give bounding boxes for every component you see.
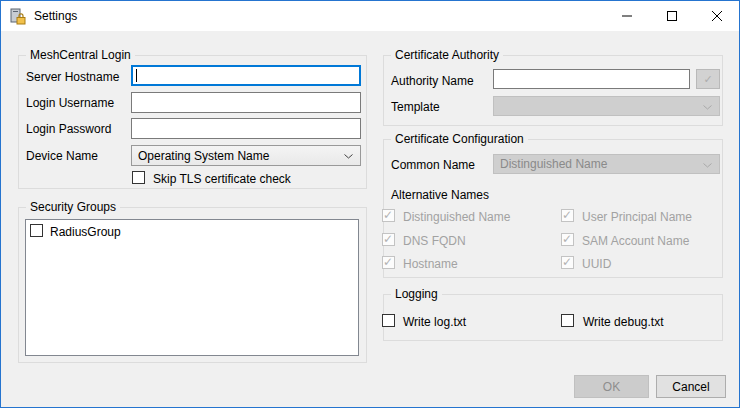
common-name-value: Distinguished Name	[500, 157, 697, 171]
authority-name-label: Authority Name	[391, 74, 474, 88]
security-groups-list[interactable]: RadiusGroup	[25, 219, 359, 356]
common-name-label: Common Name	[391, 158, 475, 172]
chevron-down-icon	[703, 105, 712, 110]
login-password-label: Login Password	[26, 122, 111, 136]
close-icon	[712, 11, 722, 21]
login-username-input[interactable]	[131, 92, 361, 113]
chevron-down-icon	[703, 163, 712, 168]
skip-tls-checkbox[interactable]	[132, 171, 145, 184]
server-hostname-label: Server Hostname	[26, 70, 119, 84]
alt-hostname-checkbox[interactable]	[382, 256, 395, 269]
verify-authority-button[interactable]: ✓	[696, 69, 720, 89]
authority-name-input[interactable]	[493, 69, 690, 89]
group-label: Security Groups	[26, 200, 120, 215]
device-name-value: Operating System Name	[138, 149, 338, 163]
minimize-icon	[622, 11, 632, 21]
alt-user-principal-name-checkbox[interactable]	[561, 209, 574, 222]
alt-uuid-label: UUID	[582, 257, 611, 271]
alt-user-principal-name-label: User Principal Name	[582, 210, 692, 224]
chevron-down-icon	[344, 154, 353, 159]
cancel-button[interactable]: Cancel	[656, 375, 726, 398]
device-name-select[interactable]: Operating System Name	[131, 145, 361, 166]
group-label: Certificate Authority	[391, 48, 503, 63]
close-button[interactable]	[694, 1, 739, 31]
alt-dns-fqdn-checkbox[interactable]	[382, 233, 395, 246]
radiusgroup-checkbox[interactable]	[30, 224, 43, 237]
write-log-label: Write log.txt	[403, 315, 466, 329]
device-name-label: Device Name	[26, 149, 98, 163]
write-log-checkbox[interactable]	[382, 314, 395, 327]
common-name-select[interactable]: Distinguished Name	[493, 154, 720, 174]
settings-window: Settings MeshCentral Login Server Hostna…	[0, 0, 740, 408]
login-username-label: Login Username	[26, 96, 114, 110]
alt-uuid-checkbox[interactable]	[561, 256, 574, 269]
list-item[interactable]: RadiusGroup	[26, 220, 358, 238]
titlebar[interactable]: Settings	[1, 1, 739, 31]
server-lock-icon	[9, 8, 26, 25]
alt-dns-fqdn-label: DNS FQDN	[403, 234, 466, 248]
login-password-input[interactable]	[131, 118, 361, 139]
alt-sam-account-name-checkbox[interactable]	[561, 233, 574, 246]
text-caret	[136, 69, 137, 82]
skip-tls-label: Skip TLS certificate check	[153, 172, 291, 186]
minimize-button[interactable]	[604, 1, 649, 31]
ok-button[interactable]: OK	[574, 375, 649, 398]
maximize-button[interactable]	[649, 1, 694, 31]
write-debug-label: Write debug.txt	[583, 315, 663, 329]
radiusgroup-label: RadiusGroup	[50, 225, 121, 239]
template-label: Template	[391, 100, 440, 114]
alt-distinguished-name-checkbox[interactable]	[382, 209, 395, 222]
alt-distinguished-name-label: Distinguished Name	[403, 210, 510, 224]
template-select[interactable]	[493, 96, 720, 116]
check-icon: ✓	[703, 73, 712, 86]
group-label: Certificate Configuration	[391, 132, 528, 147]
alternative-names-label: Alternative Names	[391, 188, 489, 202]
group-label: MeshCentral Login	[26, 48, 135, 63]
alt-hostname-label: Hostname	[403, 257, 458, 271]
window-title: Settings	[34, 9, 77, 23]
group-label: Logging	[391, 287, 442, 302]
alt-sam-account-name-label: SAM Account Name	[582, 234, 689, 248]
write-debug-checkbox[interactable]	[561, 314, 574, 327]
maximize-icon	[667, 11, 677, 21]
server-hostname-input[interactable]	[131, 65, 361, 86]
